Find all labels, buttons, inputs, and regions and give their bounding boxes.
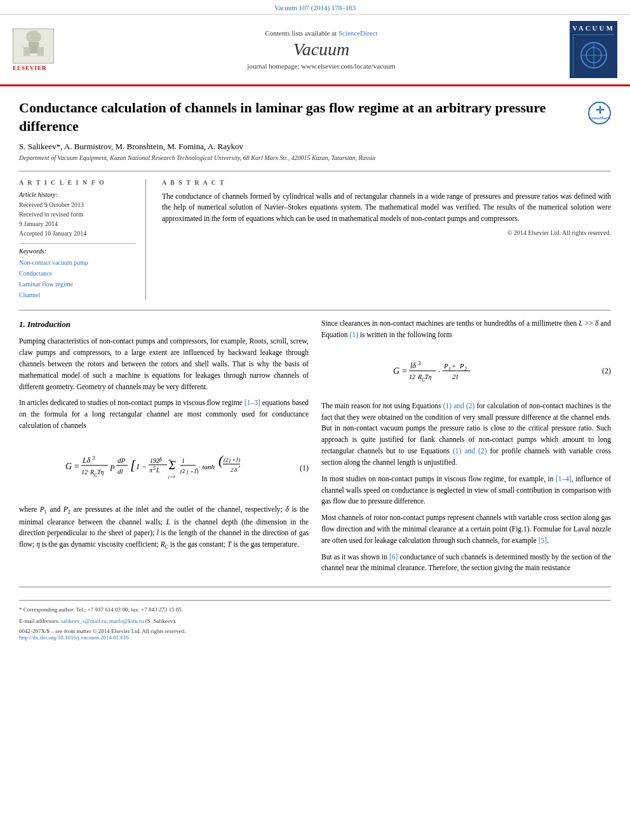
body-columns: 1. Introduction Pumping characteristics … (19, 318, 611, 579)
footer-footnote-star: * Corresponding author. Tel.: +7 937 614… (19, 606, 611, 615)
svg-rect-4 (37, 47, 44, 56)
journal-header: ELSEVIER Contents lists available at Sci… (0, 15, 630, 86)
vacuum-cover: VACUUM (570, 21, 617, 78)
history-revised-label: Received in revised form (19, 210, 136, 219)
footer-doi[interactable]: http://dx.doi.org/10.1016/j.vacuum.2014.… (19, 634, 611, 641)
ref-1-4[interactable]: [1–4] (556, 475, 572, 483)
article-info-heading: A R T I C L E I N F O (19, 179, 136, 186)
body-col-right: Since clearances in non-contact machines… (321, 318, 611, 579)
svg-text:5: 5 (153, 465, 156, 471)
svg-text:L: L (156, 467, 160, 474)
article-info-col: A R T I C L E I N F O Article history: R… (19, 179, 146, 300)
footer-email-line: E-mail addresses: salikeev_s@mail.ru, ma… (19, 617, 611, 626)
svg-text:2: 2 (464, 366, 467, 372)
ref-6[interactable]: [6] (389, 553, 398, 561)
intro-para-after-eq1: where P1 and P2 are pressures at the inl… (19, 504, 309, 552)
svg-rect-3 (23, 47, 30, 56)
svg-text:·: · (438, 366, 440, 376)
svg-text:∞: ∞ (168, 458, 171, 463)
svg-text:1: 1 (182, 457, 185, 464)
citation-text: Vacuum 107 (2014) 178–183 (274, 4, 356, 11)
svg-text:1 −: 1 − (136, 462, 147, 471)
svg-text:=: = (74, 462, 79, 471)
crossmark-badge: ✛ CrossMark (588, 102, 611, 124)
journal-homepage: journal homepage: www.elsevier.com/locat… (83, 62, 560, 70)
right-para-2: The main reason for not using Equations … (321, 401, 611, 469)
ref-eq1-2[interactable]: (1) and (2) (453, 447, 486, 455)
footer-email-label: E-mail addresses: (19, 618, 60, 624)
equation-1-content: G = Lδ 3 12 R C Tη p (19, 443, 283, 493)
abstract-copyright: © 2014 Elsevier Ltd. All rights reserved… (162, 229, 611, 236)
crossmark-label: CrossMark (589, 116, 610, 121)
svg-text:1: 1 (448, 366, 451, 372)
right-para-5: But as it was shown in [6] conductance o… (321, 552, 611, 575)
svg-text:G: G (65, 462, 72, 471)
keywords-section: Keywords: Non-contact vacuum pump Conduc… (19, 243, 136, 300)
elsevier-logo: ELSEVIER (13, 29, 54, 71)
svg-text:lδ: lδ (410, 361, 416, 370)
history-revised-date: 9 January 2014 (19, 219, 136, 229)
footer-section: * Corresponding author. Tel.: +7 937 614… (19, 600, 611, 641)
article-title-block: Conductance calculation of channels in l… (19, 99, 611, 135)
svg-text:+: + (452, 362, 456, 370)
history-title: Article history: (19, 191, 136, 198)
footnote-star-text: * Corresponding author. Tel.: +7 937 614… (19, 606, 183, 613)
svg-text:G: G (393, 366, 399, 376)
intro-para-1: Pumping characteristics of non-contact p… (19, 336, 309, 392)
abstract-text: The conductance of channels formed by cy… (162, 191, 611, 224)
equation-1-block: G = Lδ 3 12 R C Tη p (19, 439, 309, 497)
article-title-text: Conductance calculation of channels in l… (19, 99, 582, 135)
svg-text:5: 5 (196, 467, 198, 472)
keyword-1: Non-contact vacuum pump (19, 257, 136, 268)
svg-rect-2 (29, 42, 39, 53)
svg-text:p: p (110, 462, 115, 471)
section1-title: Introduction (27, 319, 70, 329)
body-col-left: 1. Introduction Pumping characteristics … (19, 318, 309, 579)
footer-email-suffix: (S. Salikeev). (144, 618, 177, 624)
svg-text:(2: (2 (180, 468, 185, 474)
footer-divider (19, 587, 611, 587)
crossmark-inner: ✛ CrossMark (589, 105, 610, 121)
abstract-heading: A B S T R A C T (162, 179, 611, 186)
svg-text:j: j (186, 468, 189, 474)
ref-1-3[interactable]: [1–3] (245, 399, 260, 406)
journal-header-left: ELSEVIER (13, 29, 83, 71)
sciencedirect-prefix: Contents lists available at (265, 29, 338, 37)
right-para-4: Most channels of rotor non-contact pumps… (321, 512, 611, 546)
keyword-2: Conductance (19, 268, 136, 279)
svg-text:Tη: Tη (97, 469, 104, 476)
authors-line: S. Salikeev*, A. Burmistrov, M. Bronshte… (19, 142, 611, 152)
footer-copyright-line: 0042-207X/$ – see front matter © 2014 El… (19, 628, 611, 641)
ref-eq1[interactable]: (1) (349, 331, 358, 338)
vacuum-cover-title: VACUUM (572, 24, 615, 32)
svg-text:dP: dP (117, 457, 126, 464)
footer-email-2[interactable]: marfo@kstu.ru (109, 618, 144, 624)
equation-1-number: (1) (283, 462, 309, 474)
right-para-1: Since clearances in non-contact machines… (321, 318, 611, 341)
equation-2-number: (2) (586, 365, 611, 377)
svg-text:12: 12 (409, 373, 415, 380)
svg-text:Tη: Tη (425, 373, 432, 380)
footer-email-1[interactable]: salikeev_s@mail.ru (61, 618, 107, 624)
section1-number: 1. (19, 319, 25, 329)
history-accepted: Accepted 10 January 2014 (19, 229, 136, 238)
svg-text:dl: dl (117, 467, 123, 475)
sciencedirect-link[interactable]: ScienceDirect (338, 29, 378, 37)
elsevier-wordmark: ELSEVIER (13, 65, 47, 71)
article-history: Article history: Received 9 October 2013… (19, 191, 136, 238)
journal-name: Vacuum (83, 39, 560, 60)
keywords-title: Keywords: (19, 248, 136, 255)
abstract-col: A B S T R A C T The conductance of chann… (162, 179, 611, 300)
equation-1-svg: G = Lδ 3 12 R C Tη p (62, 443, 240, 493)
section1-heading: 1. Introduction (19, 318, 309, 331)
svg-text:12: 12 (81, 469, 88, 476)
svg-text:3: 3 (91, 455, 95, 461)
svg-text:Lδ: Lδ (82, 456, 91, 465)
ref-eq1-and-2[interactable]: (1) and (2) (443, 402, 475, 410)
svg-text:· tanh: · tanh (199, 463, 215, 470)
authors-text: S. Salikeev*, A. Burmistrov, M. Bronshte… (19, 142, 243, 151)
elsevier-tree-icon (13, 29, 54, 63)
article-meta-row: A R T I C L E I N F O Article history: R… (19, 171, 611, 300)
svg-text:3: 3 (417, 360, 421, 366)
ref-5[interactable]: [5] (539, 537, 547, 544)
